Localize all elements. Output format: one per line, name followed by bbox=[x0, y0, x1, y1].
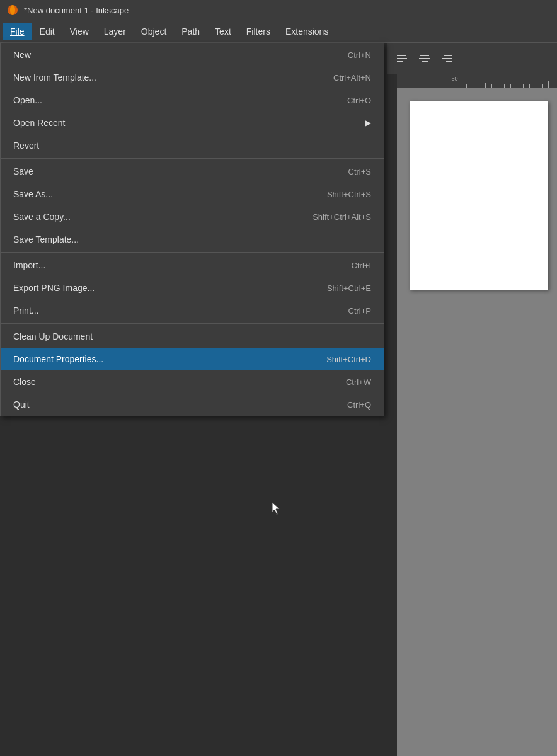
dropdown-container: New Ctrl+N New from Template... Ctrl+Alt… bbox=[0, 43, 384, 416]
svg-rect-2 bbox=[397, 55, 406, 56]
menu-item-save-as[interactable]: Save As... Shift+Ctrl+S bbox=[1, 183, 384, 205]
separator-2 bbox=[1, 252, 384, 253]
menu-bar: File Edit View Layer Object Path Text Fi… bbox=[0, 20, 557, 43]
menu-item-export-png[interactable]: Export PNG Image... Shift+Ctrl+E bbox=[1, 277, 384, 299]
menu-item-open[interactable]: Open... Ctrl+O bbox=[1, 89, 384, 112]
menu-text[interactable]: Text bbox=[207, 23, 239, 40]
mouse-cursor bbox=[271, 501, 281, 518]
menu-item-save[interactable]: Save Ctrl+S bbox=[1, 160, 384, 183]
menu-item-new[interactable]: New Ctrl+N bbox=[1, 43, 384, 66]
menu-item-open-recent[interactable]: Open Recent ▶ bbox=[1, 112, 384, 134]
menu-item-save-template[interactable]: Save Template... bbox=[1, 228, 384, 251]
svg-rect-9 bbox=[442, 58, 452, 59]
menu-item-new-from-template[interactable]: New from Template... Ctrl+Alt+N bbox=[1, 66, 384, 89]
menu-item-revert[interactable]: Revert bbox=[1, 134, 384, 157]
svg-rect-7 bbox=[422, 61, 428, 62]
title-bar: *New document 1 - Inkscape bbox=[0, 0, 557, 20]
svg-point-1 bbox=[10, 5, 15, 15]
align-center-icon[interactable] bbox=[416, 50, 434, 67]
menu-item-save-a-copy[interactable]: Save a Copy... Shift+Ctrl+Alt+S bbox=[1, 205, 384, 228]
canvas-area[interactable] bbox=[397, 88, 557, 756]
separator-3 bbox=[1, 323, 384, 324]
align-left-icon[interactable] bbox=[393, 50, 411, 67]
svg-rect-6 bbox=[419, 58, 430, 59]
command-toolbar bbox=[387, 43, 557, 74]
svg-rect-8 bbox=[444, 55, 452, 56]
separator-1 bbox=[1, 158, 384, 159]
align-right-icon[interactable] bbox=[439, 50, 456, 67]
menu-extensions[interactable]: Extensions bbox=[278, 23, 336, 40]
file-dropdown-menu: New Ctrl+N New from Template... Ctrl+Alt… bbox=[0, 43, 384, 416]
menu-filters[interactable]: Filters bbox=[239, 23, 278, 40]
svg-rect-10 bbox=[446, 61, 452, 62]
menu-item-print[interactable]: Print... Ctrl+P bbox=[1, 299, 384, 322]
menu-view[interactable]: View bbox=[62, 23, 96, 40]
menu-item-close[interactable]: Close Ctrl+W bbox=[1, 370, 384, 393]
menu-item-document-properties[interactable]: Document Properties... Shift+Ctrl+D bbox=[1, 348, 384, 370]
menu-edit[interactable]: Edit bbox=[32, 23, 62, 40]
document-page bbox=[410, 101, 548, 290]
app-icon bbox=[6, 4, 19, 16]
menu-item-quit[interactable]: Quit Ctrl+Q bbox=[1, 393, 384, 416]
menu-file[interactable]: File bbox=[3, 23, 32, 40]
svg-rect-4 bbox=[397, 61, 403, 62]
window-title: *New document 1 - Inkscape bbox=[24, 6, 129, 15]
menu-path[interactable]: Path bbox=[174, 23, 207, 40]
menu-object[interactable]: Object bbox=[134, 23, 174, 40]
svg-rect-5 bbox=[420, 55, 429, 56]
svg-rect-3 bbox=[397, 58, 407, 59]
menu-item-clean-up[interactable]: Clean Up Document bbox=[1, 325, 384, 348]
menu-layer[interactable]: Layer bbox=[96, 23, 134, 40]
menu-item-import[interactable]: Import... Ctrl+I bbox=[1, 254, 384, 277]
ruler-horizontal: -50 bbox=[397, 74, 557, 88]
